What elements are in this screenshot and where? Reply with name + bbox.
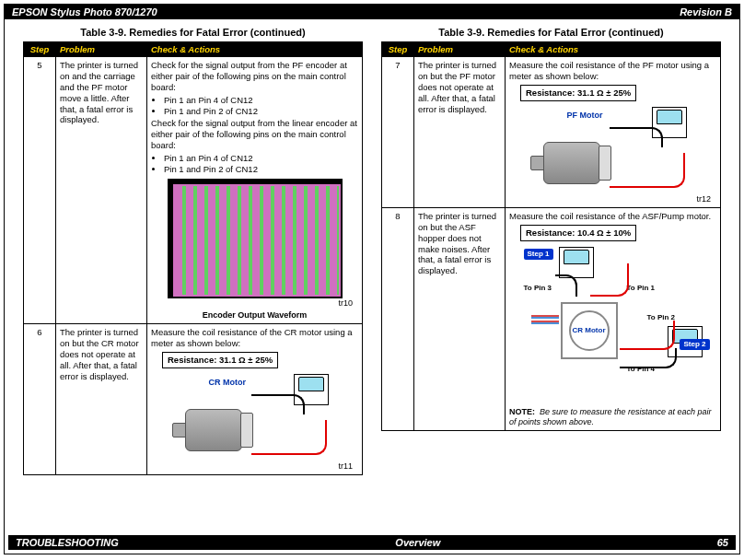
- check-cell: Measure the coil resistance of the ASF/P…: [506, 207, 721, 430]
- table-row: 8 The printer is turned on but the ASF h…: [382, 207, 721, 430]
- problem-cell: The printer is turned on but the CR moto…: [56, 324, 147, 475]
- th-problem: Problem: [414, 42, 506, 57]
- footer-bar: TROUBLESHOOTING Overview 65: [8, 535, 736, 550]
- th-check: Check & Actions: [506, 42, 721, 57]
- pin-list: Pin 1 an Pin 4 of CN12 Pin 1 and Pin 2 o…: [164, 95, 358, 117]
- figure-ref: tr10: [151, 298, 358, 309]
- black-wire-icon: [610, 127, 663, 147]
- footer-section: TROUBLESHOOTING: [16, 537, 119, 548]
- step-cell: 8: [382, 207, 414, 430]
- note-text: Be sure to measure the resistance at eac…: [509, 407, 712, 426]
- motor-body-icon: [185, 409, 242, 451]
- resistance-box: Resistance: 10.4 Ω ± 10%: [520, 225, 636, 241]
- step2-badge: Step 2: [680, 339, 709, 350]
- table-row: 6 The printer is turned on but the CR mo…: [24, 324, 363, 475]
- red-wire-icon: [251, 420, 327, 455]
- ribbon-cable-icon: [531, 313, 559, 324]
- cr-motor-diagram: CR Motor: [163, 374, 347, 461]
- meter-icon: [559, 247, 594, 278]
- check-cell: Measure the coil resistance of the CR mo…: [147, 324, 363, 475]
- pin3-label: To Pin 3: [524, 284, 552, 293]
- th-problem: Problem: [56, 42, 147, 57]
- red-wire-icon: [610, 153, 685, 188]
- list-item: Pin 1 and Pin 2 of CN12: [164, 164, 358, 175]
- figure-caption: Encoder Output Waveform: [151, 310, 358, 321]
- motor-body-icon: [543, 142, 600, 184]
- remedies-table-left: Step Problem Check & Actions 5 The print…: [23, 41, 363, 475]
- list-item: Pin 1 an Pin 4 of CN12: [164, 153, 358, 164]
- pin-list: Pin 1 an Pin 4 of CN12 Pin 1 and Pin 2 o…: [164, 153, 358, 175]
- cr-motor-box: CR Motor: [561, 302, 618, 359]
- black-wire-icon: [555, 274, 577, 297]
- note-label: NOTE:: [509, 407, 535, 416]
- check-text: Check for the signal output from the lin…: [151, 118, 358, 151]
- table-title-right: Table 3-9. Remedies for Fatal Error (con…: [381, 27, 721, 38]
- table-title-left: Table 3-9. Remedies for Fatal Error (con…: [23, 27, 363, 38]
- note-block: NOTE: Be sure to measure the resistance …: [509, 407, 716, 428]
- waveform-image: [168, 179, 343, 298]
- check-cell: Check for the signal output from the PF …: [147, 57, 363, 324]
- pf-motor-diagram: PF Motor: [521, 107, 705, 194]
- list-item: Pin 1 and Pin 2 of CN12: [164, 106, 358, 117]
- header-bar: EPSON Stylus Photo 870/1270 Revision B: [5, 5, 739, 19]
- red-wire-icon: [620, 321, 675, 350]
- content-columns: Table 3-9. Remedies for Fatal Error (con…: [5, 19, 739, 475]
- problem-cell: The printer is turned on but the PF moto…: [414, 57, 506, 208]
- step1-badge: Step 1: [524, 249, 553, 260]
- page-frame: EPSON Stylus Photo 870/1270 Revision B T…: [4, 4, 740, 554]
- footer-subsection: Overview: [395, 537, 440, 548]
- list-item: Pin 1 an Pin 4 of CN12: [164, 95, 358, 106]
- table-row: 7 The printer is turned on but the PF mo…: [382, 57, 721, 208]
- check-cell: Measure the coil resistance of the PF mo…: [506, 57, 721, 208]
- check-text: Measure the coil resistance of the ASF/P…: [509, 211, 716, 222]
- step-cell: 5: [24, 57, 56, 324]
- left-column: Table 3-9. Remedies for Fatal Error (con…: [23, 25, 363, 475]
- resistance-box: Resistance: 31.1 Ω ± 25%: [162, 352, 278, 368]
- black-wire-icon: [620, 348, 677, 368]
- right-column: Table 3-9. Remedies for Fatal Error (con…: [381, 25, 721, 475]
- doc-title: EPSON Stylus Photo 870/1270: [12, 6, 157, 18]
- black-wire-icon: [251, 394, 305, 414]
- check-text: Measure the coil resistance of the PF mo…: [509, 60, 716, 82]
- problem-cell: The printer is turned on and the carriag…: [56, 57, 147, 324]
- step-cell: 6: [24, 324, 56, 475]
- step-cell: 7: [382, 57, 414, 208]
- pin1-label: To Pin 1: [627, 284, 656, 293]
- check-text: Check for the signal output from the PF …: [151, 60, 358, 93]
- red-wire-icon: [590, 263, 629, 297]
- motor-label: PF Motor: [567, 111, 603, 121]
- problem-cell: The printer is turned on but the ASF hop…: [414, 207, 506, 430]
- th-check: Check & Actions: [147, 42, 363, 57]
- figure-ref: tr12: [509, 194, 716, 204]
- th-step: Step: [382, 42, 414, 57]
- resistance-box: Resistance: 31.1 Ω ± 25%: [520, 85, 636, 101]
- check-text: Measure the coil resistance of the CR mo…: [151, 327, 358, 349]
- table-row: 5 The printer is turned on and the carri…: [24, 57, 363, 324]
- figure-ref: tr11: [151, 461, 358, 472]
- doc-revision: Revision B: [680, 6, 732, 18]
- th-step: Step: [24, 42, 56, 57]
- cr-motor-label: CR Motor: [569, 310, 610, 351]
- footer-page: 65: [717, 537, 728, 548]
- motor-label: CR Motor: [209, 378, 247, 388]
- asf-motor-diagram: Step 1 To Pin 3 To Pin 1 CR Motor To Pin…: [517, 247, 710, 403]
- remedies-table-right: Step Problem Check & Actions 7 The print…: [381, 41, 721, 431]
